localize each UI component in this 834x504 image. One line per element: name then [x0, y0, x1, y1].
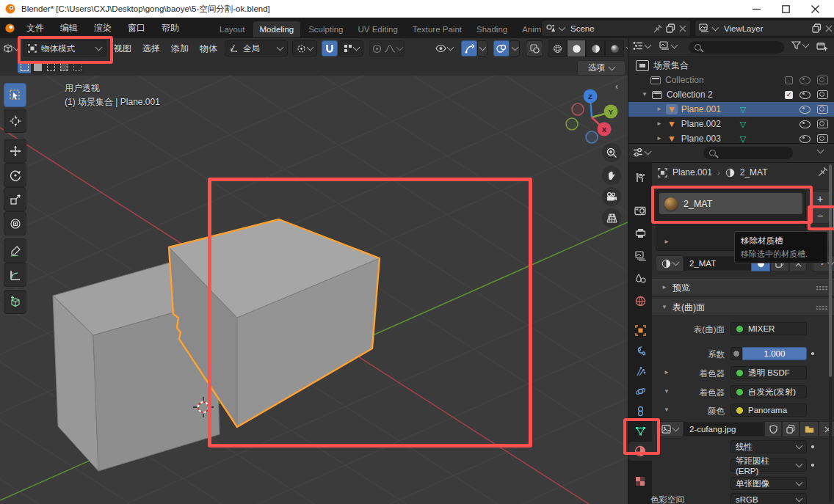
outliner-row-scene-collection[interactable]: 场景集合 — [628, 58, 834, 73]
workspace-tab-shading[interactable]: Shading — [470, 21, 514, 37]
gizmo-axis-neg-x[interactable] — [572, 103, 584, 115]
select-invert-button[interactable] — [57, 61, 70, 73]
expand-arrow-icon[interactable]: ► — [656, 106, 662, 112]
outliner-display-mode-dropdown[interactable] — [659, 41, 677, 51]
source-dropdown[interactable]: 单张图像 — [730, 477, 807, 490]
animate-dot[interactable] — [811, 352, 814, 355]
zoom-view-button[interactable] — [602, 143, 621, 162]
disable-render-icon[interactable] — [817, 120, 828, 128]
disable-render-icon[interactable] — [817, 90, 828, 99]
snap-target-dropdown[interactable] — [338, 40, 363, 56]
material-browse-dropdown[interactable] — [656, 255, 683, 271]
tool-scale[interactable] — [4, 187, 26, 211]
list-filter-arrow-icon[interactable]: ► — [664, 239, 670, 245]
minimize-button[interactable] — [741, 0, 771, 18]
projection-dropdown[interactable]: 等距圆柱(ERP) — [730, 459, 807, 472]
menu-select[interactable]: 选择 — [142, 43, 160, 55]
tab-physics[interactable] — [628, 381, 652, 401]
navigation-gizmo[interactable]: Z Y X — [560, 82, 623, 150]
menu-edit[interactable]: 编辑 — [60, 22, 78, 34]
tool-select-box[interactable] — [4, 83, 26, 107]
tab-material[interactable] — [628, 442, 652, 461]
shading-solid-button[interactable] — [567, 40, 586, 57]
interpolation-dropdown[interactable]: 线性 — [730, 440, 807, 453]
disable-render-icon[interactable] — [817, 105, 828, 114]
shading-wireframe-button[interactable] — [548, 40, 567, 57]
menu-view[interactable]: 视图 — [114, 43, 131, 55]
tab-tool[interactable] — [628, 168, 652, 187]
tool-rotate[interactable] — [4, 163, 26, 187]
tab-modifiers[interactable] — [628, 341, 652, 360]
menu-file[interactable]: 文件 — [26, 22, 44, 34]
scene-selector[interactable]: Scene — [541, 20, 691, 37]
remove-viewlayer-icon[interactable] — [825, 25, 833, 32]
shading-rendered-button[interactable] — [605, 40, 624, 57]
menu-window[interactable]: 窗口 — [128, 22, 145, 34]
new-collection-button[interactable] — [816, 41, 827, 51]
remove-material-slot-button[interactable]: − — [811, 208, 830, 224]
menu-object[interactable]: 物体 — [200, 43, 217, 55]
shader1-dropdown[interactable]: 透明 BSDF — [730, 366, 807, 379]
proportional-editing-dropdown[interactable] — [369, 40, 405, 56]
maximize-button[interactable] — [771, 0, 800, 18]
disable-render-icon[interactable] — [817, 134, 828, 143]
outliner-editor-type-button[interactable] — [633, 41, 650, 51]
image-browse-dropdown[interactable] — [656, 421, 683, 437]
panel-preview[interactable]: ► 预览 — [652, 279, 834, 296]
collection-include-checkbox[interactable]: ✓ — [785, 91, 793, 99]
object-visibility-dropdown[interactable] — [432, 40, 457, 56]
scrollbar-track[interactable] — [829, 164, 832, 502]
tab-particles[interactable] — [628, 362, 652, 381]
tool-transform[interactable] — [4, 211, 26, 235]
scrollbar-thumb[interactable] — [829, 164, 832, 377]
material-slot-row[interactable]: 2_MAT — [659, 193, 802, 214]
breadcrumb-object[interactable]: Plane.001 — [672, 167, 712, 178]
animate-dot[interactable] — [811, 445, 814, 448]
snap-toggle[interactable] — [322, 40, 338, 56]
viewport-3d[interactable]: 用户透视 (1) 场景集合 | Plane.001 — [0, 76, 628, 504]
tool-measure[interactable] — [4, 263, 26, 287]
breadcrumb-material[interactable]: 2_MAT — [740, 167, 768, 178]
colorspace-dropdown[interactable]: sRGB — [730, 493, 807, 504]
pan-view-button[interactable] — [602, 166, 621, 185]
select-subtract-button[interactable] — [44, 61, 57, 73]
menu-add[interactable]: 添加 — [171, 43, 189, 55]
hide-eye-icon[interactable] — [799, 135, 811, 143]
show-overlays-toggle[interactable] — [493, 40, 510, 56]
shader2-dropdown[interactable]: 自发光(发射) — [730, 385, 807, 398]
factor-slider[interactable]: 1.000 — [742, 347, 807, 360]
disable-render-icon[interactable] — [817, 76, 828, 84]
image-fake-user-toggle[interactable] — [764, 421, 782, 437]
collapse-arrow-icon[interactable]: ▼ — [642, 92, 648, 98]
editor-type-button[interactable] — [2, 40, 20, 56]
unlink-scene-icon[interactable] — [679, 25, 686, 32]
gizmo-dropdown[interactable] — [477, 40, 487, 56]
hide-eye-icon[interactable] — [799, 76, 811, 84]
menu-help[interactable]: 帮助 — [162, 22, 179, 34]
viewlayer-selector[interactable]: ViewLayer — [695, 20, 834, 37]
tab-object[interactable] — [628, 321, 652, 340]
open-image-button[interactable] — [799, 421, 819, 437]
overlays-dropdown[interactable] — [510, 40, 520, 56]
collection-exclude-checkbox[interactable] — [785, 76, 793, 84]
panel-surface[interactable]: ▼ 表(曲)面 — [652, 299, 834, 316]
close-button[interactable] — [800, 0, 830, 18]
pin-id-icon[interactable] — [818, 167, 828, 177]
select-set-button[interactable] — [18, 61, 31, 73]
select-intersect-button[interactable] — [70, 61, 84, 73]
outliner-row-plane-002[interactable]: ► ▼ Plane.002 ▽ — [628, 117, 834, 131]
xray-toggle[interactable] — [526, 40, 543, 56]
camera-view-button[interactable] — [602, 187, 621, 206]
add-material-slot-button[interactable]: + — [811, 191, 830, 207]
show-gizmo-toggle[interactable] — [461, 40, 477, 56]
outliner-filter-dropdown[interactable] — [791, 41, 808, 50]
outliner-row-collection-2[interactable]: ▼ Collection 2 ✓ — [628, 87, 834, 102]
properties-editor-type-button[interactable] — [633, 147, 650, 157]
tab-output[interactable] — [628, 224, 652, 243]
new-scene-icon[interactable] — [666, 23, 675, 33]
shading-material-button[interactable] — [586, 40, 605, 57]
pivot-point-dropdown[interactable] — [292, 40, 317, 56]
options-dropdown[interactable]: 选项 — [577, 60, 626, 76]
perspective-toggle-button[interactable] — [602, 208, 621, 227]
image-name-field[interactable]: 2-cufang.jpg — [683, 422, 764, 437]
